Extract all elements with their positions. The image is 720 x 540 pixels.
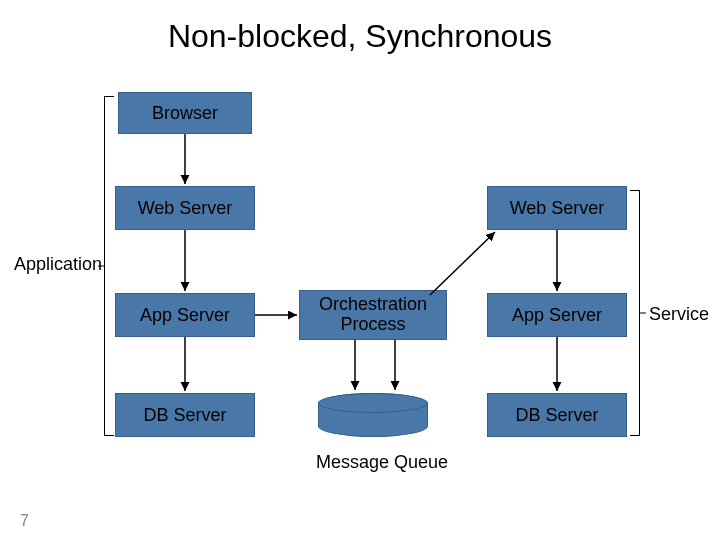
orchestration-box: Orchestration Process [299,290,447,340]
page-number: 7 [20,512,29,530]
service-bracket [630,190,640,436]
web-server-right-box: Web Server [487,186,627,230]
db-server-left-box: DB Server [115,393,255,437]
orchestration-label: Orchestration Process [319,295,427,335]
application-label: Application [14,254,102,275]
application-bracket [104,96,114,436]
db-server-left-label: DB Server [143,405,226,426]
app-server-left-box: App Server [115,293,255,337]
message-queue-label: Message Queue [316,452,448,473]
browser-label: Browser [152,103,218,124]
web-server-left-label: Web Server [138,198,233,219]
app-server-left-label: App Server [140,305,230,326]
db-server-right-box: DB Server [487,393,627,437]
service-label: Service [649,304,709,325]
app-server-right-label: App Server [512,305,602,326]
web-server-right-label: Web Server [510,198,605,219]
db-server-right-label: DB Server [515,405,598,426]
app-server-right-box: App Server [487,293,627,337]
page-title: Non-blocked, Synchronous [0,18,720,55]
message-queue-cylinder [318,393,428,437]
browser-box: Browser [118,92,252,134]
web-server-left-box: Web Server [115,186,255,230]
svg-line-6 [430,232,495,295]
